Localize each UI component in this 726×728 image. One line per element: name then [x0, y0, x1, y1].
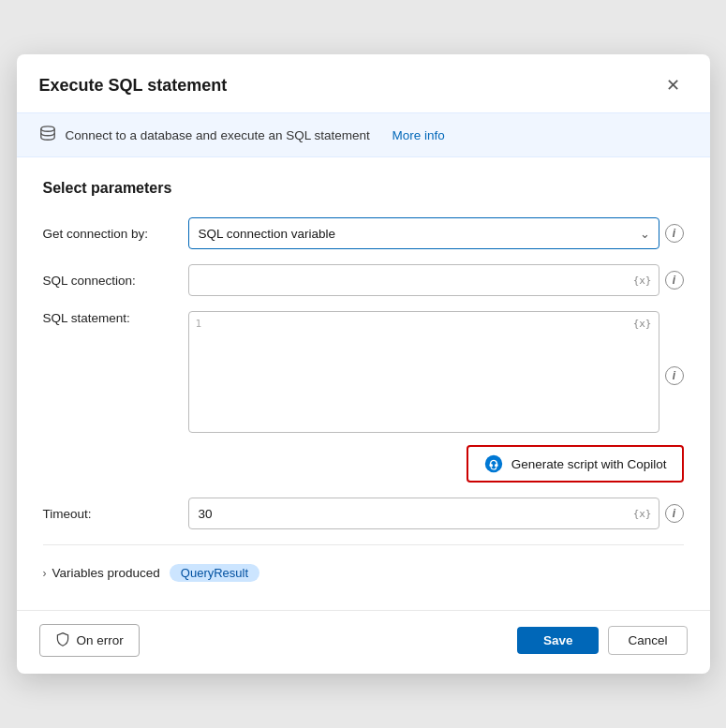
timeout-input[interactable] — [188, 498, 659, 529]
sql-connection-row: SQL connection: {x} i — [43, 264, 684, 296]
sql-connection-input-wrapper: {x} — [188, 264, 659, 296]
connection-by-info-icon[interactable]: i — [665, 224, 684, 243]
execute-sql-dialog: Execute SQL statement ✕ Connect to a dat… — [17, 54, 710, 674]
on-error-label: On error — [77, 633, 124, 647]
sql-connection-info-icon[interactable]: i — [665, 271, 684, 290]
connection-by-row: Get connection by: SQL connection variab… — [43, 217, 684, 249]
line-number: 1 — [196, 318, 202, 330]
timeout-row: Timeout: {x} i — [43, 498, 684, 529]
generate-script-button[interactable]: Generate script with Copilot — [467, 445, 684, 483]
svg-point-2 — [489, 464, 493, 468]
svg-point-3 — [495, 464, 498, 468]
timeout-input-wrap: {x} i — [188, 498, 684, 529]
section-title: Select parameters — [43, 180, 684, 197]
copilot-button-label: Generate script with Copilot — [511, 457, 667, 471]
dialog-header: Execute SQL statement ✕ — [17, 54, 710, 112]
footer-right: Save Cancel — [517, 626, 688, 655]
query-result-badge: QueryResult — [170, 564, 259, 582]
close-button[interactable]: ✕ — [659, 71, 688, 99]
on-error-button[interactable]: On error — [39, 624, 140, 657]
close-icon: ✕ — [666, 75, 680, 96]
divider — [43, 544, 684, 545]
sql-connection-input[interactable] — [188, 264, 659, 296]
variables-expand-button[interactable]: › Variables produced — [43, 566, 160, 580]
database-icon — [39, 125, 56, 145]
connection-by-select[interactable]: SQL connection variable Connection strin… — [188, 217, 659, 249]
connection-by-input-wrap: SQL connection variable Connection strin… — [188, 217, 684, 249]
cancel-button[interactable]: Cancel — [608, 626, 687, 655]
timeout-label: Timeout: — [43, 507, 179, 521]
variables-row: › Variables produced QueryResult — [43, 555, 684, 586]
info-banner: Connect to a database and execute an SQL… — [17, 112, 710, 157]
sql-statement-textarea-wrapper: 1 {x} — [188, 311, 659, 436]
svg-point-0 — [40, 126, 53, 131]
shield-icon — [55, 631, 70, 649]
connection-by-label: Get connection by: — [43, 227, 179, 241]
copilot-icon — [483, 453, 504, 474]
sql-connection-input-wrap: {x} i — [188, 264, 684, 296]
dialog-title: Execute SQL statement — [39, 76, 228, 96]
more-info-link[interactable]: More info — [393, 128, 445, 142]
dialog-body: Select parameters Get connection by: SQL… — [17, 157, 710, 604]
sql-statement-textarea[interactable] — [188, 311, 659, 433]
timeout-info-icon[interactable]: i — [665, 504, 684, 523]
sql-connection-label: SQL connection: — [43, 274, 179, 288]
connection-by-select-wrapper: SQL connection variable Connection strin… — [188, 217, 659, 249]
sql-statement-row: SQL statement: 1 {x} i — [43, 311, 684, 436]
sql-statement-label: SQL statement: — [43, 311, 179, 325]
sql-statement-input-wrap: 1 {x} i — [188, 311, 684, 436]
save-button[interactable]: Save — [517, 627, 600, 654]
chevron-right-icon: › — [43, 567, 47, 580]
banner-text: Connect to a database and execute an SQL… — [66, 128, 370, 142]
timeout-input-wrapper: {x} — [188, 498, 659, 529]
sql-statement-info-icon[interactable]: i — [665, 366, 684, 385]
variables-label: Variables produced — [52, 566, 160, 580]
copilot-button-row: Generate script with Copilot — [43, 445, 684, 483]
dialog-footer: On error Save Cancel — [17, 610, 710, 674]
